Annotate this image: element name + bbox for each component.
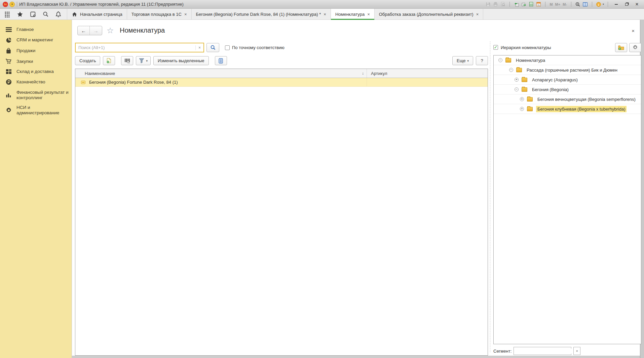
main-menu-caret-icon[interactable]: ▾ bbox=[9, 2, 15, 7]
filter-button[interactable]: ▾ bbox=[136, 56, 151, 65]
search-icon[interactable] bbox=[42, 11, 49, 17]
sidebar-item-purchasing[interactable]: Закупки bbox=[0, 56, 72, 67]
get-link-icon[interactable] bbox=[514, 1, 519, 7]
sidebar-item-label: Закупки bbox=[16, 59, 33, 64]
table-row[interactable]: Бегония (Begonia) Fortune Dark Rose, 84 … bbox=[75, 78, 488, 87]
panel-splitter[interactable] bbox=[490, 41, 490, 352]
gear-icon bbox=[5, 107, 12, 113]
form-close-icon[interactable]: × bbox=[632, 28, 635, 34]
memory-plus-button: M+ bbox=[555, 2, 561, 6]
tree-item-label: Рассада (горшечные растения) Бик и Дюмен bbox=[525, 67, 619, 73]
restore-button[interactable] bbox=[622, 1, 631, 7]
hierarchy-tree: − Номенклатура − Рассада (горшечные раст… bbox=[493, 55, 641, 344]
calendar-icon[interactable]: 31 bbox=[536, 1, 541, 7]
folder-icon bbox=[527, 107, 533, 111]
close-window-button[interactable]: × bbox=[633, 1, 641, 7]
tab-close-icon[interactable]: × bbox=[324, 12, 326, 16]
tab-label: Начальная страница bbox=[80, 12, 122, 17]
tab-close-icon[interactable]: × bbox=[476, 12, 479, 16]
folder-icon bbox=[522, 87, 527, 92]
segment-input[interactable] bbox=[514, 349, 577, 354]
report-list-button[interactable] bbox=[215, 56, 227, 65]
notifications-bell-icon[interactable] bbox=[55, 11, 62, 17]
tab-order-processing[interactable]: Обработка заказа (Дополнительный реквизи… bbox=[375, 9, 484, 19]
calculator-icon[interactable] bbox=[528, 1, 534, 7]
tree-item-asparagus[interactable]: + Аспарагус (Asparagus) bbox=[494, 75, 641, 85]
search-input[interactable] bbox=[76, 45, 195, 50]
sidebar-item-warehouse[interactable]: Склад и доставка bbox=[0, 67, 72, 77]
info-icon[interactable]: i bbox=[596, 1, 602, 7]
collapse-toggle-icon[interactable]: − bbox=[509, 68, 513, 72]
nomenclature-table: Наименование ↓ Артикул Бегония (Begonia)… bbox=[75, 69, 488, 356]
info-caret-icon[interactable]: ▾ bbox=[603, 3, 604, 6]
divider bbox=[545, 2, 545, 7]
minimize-button[interactable] bbox=[612, 1, 620, 7]
memory-recall-button: M bbox=[549, 2, 553, 6]
help-button[interactable]: ? bbox=[476, 56, 488, 65]
create-folder-button[interactable] bbox=[615, 43, 627, 52]
sidebar-item-label: CRM и маркетинг bbox=[16, 37, 53, 43]
favorite-star-icon[interactable]: ☆ bbox=[107, 26, 114, 35]
folder-icon bbox=[527, 97, 533, 102]
edit-selected-button[interactable]: Изменить выделенные bbox=[153, 56, 209, 65]
apps-grid-icon[interactable] bbox=[4, 11, 10, 17]
more-button[interactable]: Еще▾ bbox=[452, 56, 473, 65]
divider bbox=[608, 2, 608, 7]
page-title: Номенклатура bbox=[120, 27, 165, 34]
exact-match-label: По точному соответствию bbox=[232, 45, 285, 50]
column-header-article[interactable]: Артикул bbox=[371, 71, 387, 76]
favorites-star-icon[interactable] bbox=[17, 11, 23, 17]
expand-toggle-icon[interactable]: + bbox=[520, 97, 524, 101]
nomenclature-item-icon bbox=[81, 81, 85, 84]
create-group-button[interactable] bbox=[103, 56, 115, 65]
tab-nomenclature[interactable]: Номенклатура × bbox=[331, 9, 375, 20]
tree-item-nomenclature[interactable]: − Номенклатура bbox=[494, 55, 641, 65]
folder-icon bbox=[522, 78, 527, 82]
table-header[interactable]: Наименование ↓ Артикул bbox=[75, 69, 488, 78]
nav-back-button[interactable]: ← bbox=[78, 26, 90, 35]
search-clear-icon[interactable]: × bbox=[195, 45, 203, 50]
main-content: ← → ☆ Номенклатура × × По точному соотве… bbox=[72, 20, 640, 356]
expand-toggle-icon[interactable]: + bbox=[515, 78, 519, 82]
tree-item-begonia-tuberhybrida[interactable]: + Бегония клубневая (Begonia x tuberhybr… bbox=[494, 104, 641, 114]
settings-gear-button[interactable] bbox=[629, 43, 641, 52]
segment-clear-button[interactable]: × bbox=[573, 347, 580, 355]
item-article bbox=[367, 78, 488, 86]
search-button[interactable] bbox=[206, 43, 219, 52]
history-icon[interactable] bbox=[30, 11, 36, 17]
tab-close-icon[interactable]: × bbox=[367, 12, 370, 16]
go-to-link-icon[interactable] bbox=[521, 1, 527, 7]
hierarchy-checkbox[interactable]: ✓ bbox=[493, 45, 498, 50]
barcode-scan-button[interactable] bbox=[121, 56, 133, 65]
tree-item-label-selected: Бегония клубневая (Begonia x tuberhybrid… bbox=[536, 106, 627, 112]
folder-icon bbox=[516, 68, 522, 72]
tab-trade-platform[interactable]: Торговая площадка в 1С × bbox=[127, 9, 192, 19]
window-title: ИП Владиславская Ю.В. / Управление торго… bbox=[19, 2, 184, 7]
divider bbox=[509, 2, 510, 7]
pie-chart-icon bbox=[5, 37, 12, 43]
tree-item-begonia[interactable]: − Бегония (Begonia) bbox=[494, 85, 641, 94]
checkmark-icon: ✓ bbox=[494, 45, 498, 49]
print-icon bbox=[493, 1, 498, 7]
tree-item-begonia-semperflorens[interactable]: + Бегония вечноцветущая (Begonia semperf… bbox=[494, 94, 641, 104]
tree-item-rassada[interactable]: − Рассада (горшечные растения) Бик и Дюм… bbox=[494, 65, 641, 75]
split-columns-icon[interactable] bbox=[582, 1, 588, 7]
column-header-name[interactable]: Наименование bbox=[85, 71, 115, 76]
expand-toggle-icon[interactable]: + bbox=[520, 107, 524, 111]
tab-close-icon[interactable]: × bbox=[184, 12, 187, 16]
sidebar-item-financial-result[interactable]: Финансовый результат и контроллинг bbox=[0, 87, 72, 103]
sidebar-item-crm[interactable]: CRM и маркетинг bbox=[0, 35, 72, 45]
sidebar-item-administration[interactable]: НСИ и администрирование bbox=[0, 103, 72, 118]
sidebar-item-sales[interactable]: Продажи bbox=[0, 45, 72, 56]
tree-item-label: Номенклатура bbox=[515, 57, 546, 64]
tab-home[interactable]: Начальная страница bbox=[67, 9, 127, 19]
divider bbox=[571, 2, 571, 7]
sidebar-item-main[interactable]: Главное bbox=[0, 25, 72, 35]
exact-match-checkbox[interactable] bbox=[225, 45, 230, 50]
sidebar-item-treasury[interactable]: Казначейство bbox=[0, 77, 72, 87]
collapse-toggle-icon[interactable]: − bbox=[515, 87, 519, 91]
zoom-icon[interactable] bbox=[575, 1, 581, 7]
collapse-toggle-icon[interactable]: − bbox=[498, 58, 502, 62]
tab-begonia-item[interactable]: Бегония (Begonia) Fortune Dark Rose, 84 … bbox=[192, 9, 331, 19]
create-button[interactable]: Создать bbox=[75, 56, 100, 65]
